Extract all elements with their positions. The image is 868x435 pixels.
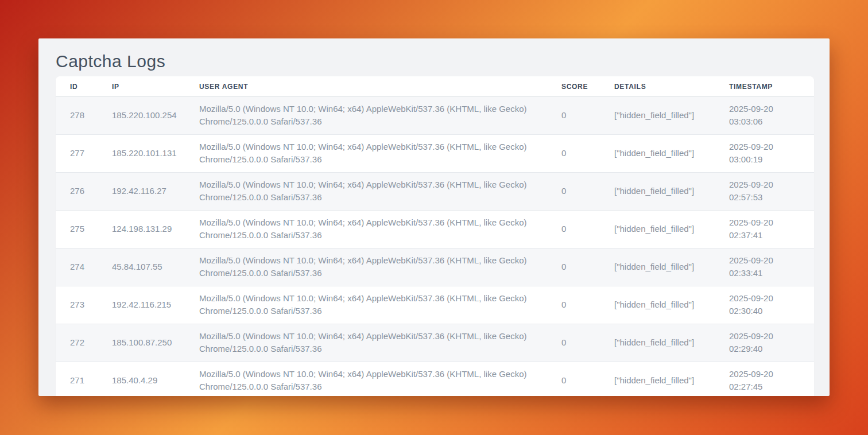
table-row: 273 192.42.116.215 Mozilla/5.0 (Windows … — [56, 286, 814, 324]
cell-score: 0 — [547, 211, 600, 248]
cell-ip: 185.40.4.29 — [98, 362, 185, 397]
cell-timestamp: 2025-09-20 03:03:06 — [715, 97, 814, 135]
cell-score: 0 — [547, 97, 600, 135]
cell-score: 0 — [547, 135, 600, 173]
cell-details: ["hidden_field_filled"] — [600, 324, 715, 362]
captcha-logs-card: Captcha Logs ID IP USER AGENT SCORE DETA… — [38, 38, 830, 396]
column-header-details: DETAILS — [600, 76, 715, 97]
captcha-logs-table: ID IP USER AGENT SCORE DETAILS TIMESTAMP… — [56, 76, 814, 396]
cell-id: 271 — [56, 362, 98, 397]
cell-timestamp: 2025-09-20 02:37:41 — [715, 211, 814, 248]
cell-timestamp: 2025-09-20 02:57:53 — [715, 173, 814, 211]
cell-score: 0 — [547, 324, 600, 362]
cell-ip: 185.100.87.250 — [98, 324, 185, 362]
table-row: 272 185.100.87.250 Mozilla/5.0 (Windows … — [56, 324, 814, 362]
cell-ip: 124.198.131.29 — [98, 211, 185, 248]
table-row: 276 192.42.116.27 Mozilla/5.0 (Windows N… — [56, 173, 814, 211]
cell-id: 274 — [56, 248, 98, 286]
cell-timestamp: 2025-09-20 02:29:40 — [715, 324, 814, 362]
page-background: { "page": { "title": "Captcha Logs" }, "… — [0, 0, 868, 435]
cell-timestamp: 2025-09-20 03:00:19 — [715, 135, 814, 173]
cell-user-agent: Mozilla/5.0 (Windows NT 10.0; Win64; x64… — [185, 173, 547, 211]
cell-score: 0 — [547, 248, 600, 286]
cell-user-agent: Mozilla/5.0 (Windows NT 10.0; Win64; x64… — [185, 135, 547, 173]
cell-user-agent: Mozilla/5.0 (Windows NT 10.0; Win64; x64… — [185, 362, 547, 397]
cell-score: 0 — [547, 362, 600, 397]
cell-id: 277 — [56, 135, 98, 173]
cell-details: ["hidden_field_filled"] — [600, 135, 715, 173]
column-header-user-agent: USER AGENT — [185, 76, 547, 97]
table-row: 274 45.84.107.55 Mozilla/5.0 (Windows NT… — [56, 248, 814, 286]
page-title: Captcha Logs — [38, 38, 830, 72]
cell-user-agent: Mozilla/5.0 (Windows NT 10.0; Win64; x64… — [185, 248, 547, 286]
cell-details: ["hidden_field_filled"] — [600, 211, 715, 248]
cell-user-agent: Mozilla/5.0 (Windows NT 10.0; Win64; x64… — [185, 211, 547, 248]
cell-ip: 185.220.100.254 — [98, 97, 185, 135]
cell-id: 273 — [56, 286, 98, 324]
cell-user-agent: Mozilla/5.0 (Windows NT 10.0; Win64; x64… — [185, 324, 547, 362]
cell-timestamp: 2025-09-20 02:30:40 — [715, 286, 814, 324]
cell-ip: 185.220.101.131 — [98, 135, 185, 173]
cell-ip: 192.42.116.27 — [98, 173, 185, 211]
table-row: 277 185.220.101.131 Mozilla/5.0 (Windows… — [56, 135, 814, 173]
column-header-timestamp: TIMESTAMP — [715, 76, 814, 97]
cell-details: ["hidden_field_filled"] — [600, 286, 715, 324]
table-row: 275 124.198.131.29 Mozilla/5.0 (Windows … — [56, 211, 814, 248]
cell-details: ["hidden_field_filled"] — [600, 173, 715, 211]
cell-ip: 45.84.107.55 — [98, 248, 185, 286]
cell-id: 276 — [56, 173, 98, 211]
cell-user-agent: Mozilla/5.0 (Windows NT 10.0; Win64; x64… — [185, 286, 547, 324]
cell-timestamp: 2025-09-20 02:27:45 — [715, 362, 814, 397]
captcha-logs-table-container: ID IP USER AGENT SCORE DETAILS TIMESTAMP… — [56, 76, 814, 396]
table-body: 278 185.220.100.254 Mozilla/5.0 (Windows… — [56, 97, 814, 397]
cell-score: 0 — [547, 286, 600, 324]
cell-details: ["hidden_field_filled"] — [600, 362, 715, 397]
cell-id: 278 — [56, 97, 98, 135]
column-header-id: ID — [56, 76, 98, 97]
column-header-ip: IP — [98, 76, 185, 97]
cell-user-agent: Mozilla/5.0 (Windows NT 10.0; Win64; x64… — [185, 97, 547, 135]
cell-id: 275 — [56, 211, 98, 248]
table-row: 271 185.40.4.29 Mozilla/5.0 (Windows NT … — [56, 362, 814, 397]
table-header: ID IP USER AGENT SCORE DETAILS TIMESTAMP — [56, 76, 814, 97]
table-row: 278 185.220.100.254 Mozilla/5.0 (Windows… — [56, 97, 814, 135]
cell-score: 0 — [547, 173, 600, 211]
column-header-score: SCORE — [547, 76, 600, 97]
cell-timestamp: 2025-09-20 02:33:41 — [715, 248, 814, 286]
cell-details: ["hidden_field_filled"] — [600, 248, 715, 286]
table-header-row: ID IP USER AGENT SCORE DETAILS TIMESTAMP — [56, 76, 814, 97]
cell-details: ["hidden_field_filled"] — [600, 97, 715, 135]
cell-ip: 192.42.116.215 — [98, 286, 185, 324]
cell-id: 272 — [56, 324, 98, 362]
